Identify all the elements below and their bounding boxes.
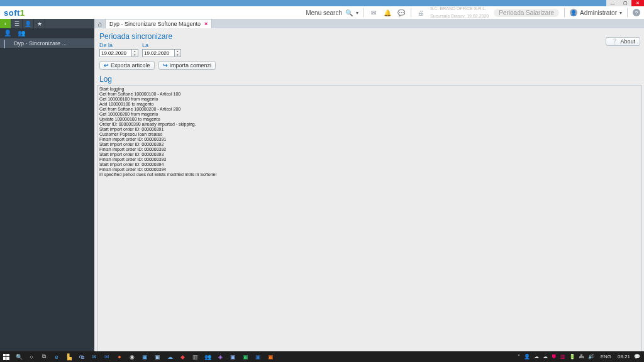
about-label: About — [620, 38, 635, 45]
arrow-out-icon: ↩ — [104, 62, 109, 69]
taskbar-vs-icon[interactable]: ◈ — [214, 351, 226, 362]
sidebar-header-icons: 👤 👥 — [0, 28, 94, 38]
taskbar-app-icon[interactable]: ▣ — [264, 351, 277, 362]
user-icon: 👤 — [570, 9, 577, 16]
tray-language[interactable]: ENG — [598, 353, 614, 360]
help-icon: ❔ — [611, 38, 618, 45]
period-pill[interactable]: Perioada Salarizare — [494, 9, 559, 17]
tray-cloud-icon[interactable]: ☁ — [534, 354, 539, 359]
sidebar-star-button[interactable]: ★ — [34, 19, 45, 28]
start-button[interactable] — [0, 351, 13, 362]
logo-text-a: soft — [4, 8, 20, 18]
menu-search-label: Menu search — [306, 9, 342, 16]
minimize-button[interactable]: — — [606, 0, 619, 6]
taskbar-mail-icon[interactable]: ✉ — [88, 351, 101, 362]
date-from-input[interactable] — [99, 49, 132, 57]
sidebar: 👤 👥 Dyp - Sincronizare ... — [0, 28, 94, 351]
mail-icon[interactable]: ✉ — [369, 8, 378, 17]
import-orders-button[interactable]: ↪ Importa comenzi — [158, 61, 216, 70]
taskbar-app-icon[interactable]: ▥ — [189, 351, 201, 362]
tab-active[interactable]: Dyp - Sincronizare Softone Magento × — [106, 19, 212, 28]
sidebar-collapse-button[interactable]: ‹ — [0, 19, 11, 28]
log-box[interactable]: Start logging Get from Softone 100000100… — [97, 85, 641, 351]
tray-network-icon[interactable]: 🖧 — [579, 354, 584, 359]
taskbar-app-icon[interactable]: ▣ — [138, 351, 151, 362]
users-icon[interactable]: 👥 — [18, 30, 25, 36]
date-to-input[interactable] — [142, 49, 175, 57]
taskbar-explorer-icon[interactable]: ▙ — [63, 351, 75, 362]
document-icon — [4, 40, 10, 47]
sidebar-list-button[interactable]: ☰ — [11, 19, 23, 28]
system-tray: ˄ 👤 ☁ ☁ ⛊ ▥ 🔋 🖧 🔊 ENG 08:21 💬 — [518, 353, 644, 360]
sidebar-item-sync[interactable]: Dyp - Sincronizare ... — [0, 38, 94, 48]
svg-rect-0 — [3, 354, 6, 356]
tab-close-icon[interactable]: × — [204, 21, 208, 27]
tab-strip: ⌂ Dyp - Sincronizare Softone Magento × — [94, 19, 644, 28]
export-label: Exporta articole — [111, 62, 150, 69]
svg-rect-3 — [6, 357, 9, 360]
tray-chevron-up-icon[interactable]: ˄ — [518, 354, 520, 359]
taskbar-thunderbird-icon[interactable]: ✉ — [101, 351, 113, 362]
tray-onedrive-icon[interactable]: ☁ — [543, 354, 548, 359]
taskbar-chrome-icon[interactable]: ◉ — [126, 351, 138, 362]
logo-text-b: 1 — [20, 8, 25, 18]
tray-shield-icon[interactable]: ⛊ — [552, 354, 557, 359]
tray-clock[interactable]: 08:21 — [618, 354, 630, 359]
about-button[interactable]: ❔ About — [606, 37, 640, 46]
date-from-spinner[interactable]: ▴▾ — [132, 49, 138, 57]
help-icon[interactable]: ? — [633, 9, 640, 16]
tray-notifications-icon[interactable]: 💬 — [634, 354, 640, 359]
date-to-spinner[interactable]: ▴▾ — [175, 49, 181, 57]
tab-title: Dyp - Sincronizare Softone Magento — [109, 21, 201, 27]
print-icon[interactable]: 🖨 — [416, 8, 425, 17]
app-bar: soft1 Menu search 🔍 ▾ ✉ 🔔 💬 🖨 S.C. BRAND… — [0, 6, 644, 19]
taskbar-taskview-icon[interactable]: ⧉ — [38, 351, 50, 362]
taskbar-edge-icon[interactable]: e — [50, 351, 63, 362]
company-sub: Sucursala Brasov, 19.02.2020 — [430, 14, 489, 19]
user-menu[interactable]: 👤 Administrator ▾ — [570, 9, 622, 16]
home-tab[interactable]: ⌂ — [94, 19, 106, 28]
export-articles-button[interactable]: ↩ Exporta articole — [99, 61, 155, 70]
divider — [411, 8, 411, 17]
taskbar-anydesk-icon[interactable]: ◆ — [176, 351, 189, 362]
from-label: De la — [99, 42, 138, 48]
section-title: Perioada sincronizare — [94, 28, 644, 42]
divider — [564, 8, 565, 17]
chat-icon[interactable]: 💬 — [397, 8, 406, 17]
tray-monitor-icon[interactable]: ▥ — [560, 354, 565, 359]
taskbar-cortana-icon[interactable]: ○ — [25, 351, 38, 362]
log-content: Start logging Get from Softone 100000100… — [97, 85, 641, 178]
user-icon[interactable]: 👤 — [4, 30, 11, 36]
taskbar-search-icon[interactable]: 🔍 — [13, 351, 25, 362]
menu-search[interactable]: Menu search 🔍 ▾ — [306, 8, 358, 17]
taskbar-firefox-icon[interactable]: ● — [113, 351, 126, 362]
arrow-in-icon: ↪ — [163, 62, 168, 69]
sidebar-user-button[interactable]: 👤 — [23, 19, 34, 28]
taskbar-teams-icon[interactable]: 👥 — [201, 351, 214, 362]
search-icon: 🔍 — [345, 8, 353, 17]
taskbar-app-icon[interactable]: ▣ — [151, 351, 164, 362]
tray-battery-icon[interactable]: 🔋 — [569, 354, 575, 359]
import-label: Importa comenzi — [170, 62, 212, 69]
chevron-down-icon: ▾ — [356, 10, 358, 16]
tray-people-icon[interactable]: 👤 — [524, 354, 530, 359]
divider — [364, 8, 364, 17]
taskbar-app-icon[interactable]: ▣ — [239, 351, 252, 362]
company-name: S.C. BRAND OFFICE S.R.L. — [430, 6, 486, 11]
taskbar-app-icon[interactable]: ▣ — [226, 351, 239, 362]
chevron-down-icon: ▾ — [619, 10, 622, 16]
company-info: S.C. BRAND OFFICE S.R.L. Sucursala Braso… — [430, 6, 489, 19]
to-label: La — [142, 42, 181, 48]
taskbar-softone-icon[interactable]: ▣ — [252, 351, 264, 362]
taskbar-app-icon[interactable]: ☁ — [164, 351, 176, 362]
user-name: Administrator — [580, 9, 617, 16]
bell-icon[interactable]: 🔔 — [383, 8, 392, 17]
sidebar-toolbar: ‹ ☰ 👤 ★ — [0, 19, 94, 28]
tray-volume-icon[interactable]: 🔊 — [588, 354, 594, 359]
close-button[interactable]: ✕ — [631, 0, 644, 6]
maximize-button[interactable]: ▢ — [619, 0, 631, 6]
taskbar: 🔍 ○ ⧉ e ▙ 🛍 ✉ ✉ ● ◉ ▣ ▣ ☁ ◆ ▥ 👥 ◈ ▣ ▣ ▣ … — [0, 351, 644, 362]
app-logo: soft1 — [4, 8, 25, 18]
divider — [627, 8, 628, 17]
taskbar-store-icon[interactable]: 🛍 — [75, 351, 88, 362]
